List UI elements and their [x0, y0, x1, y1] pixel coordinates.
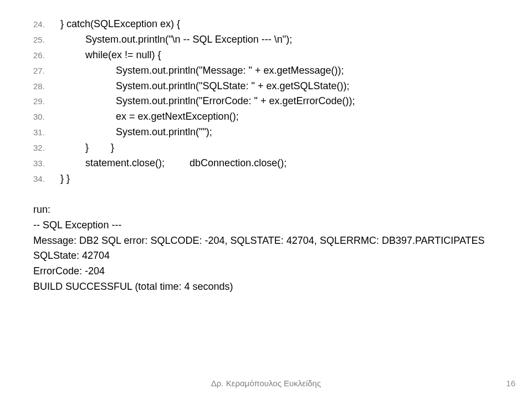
line-number: 34. — [33, 172, 52, 185]
output-line: BUILD SUCCESSFUL (total time: 4 seconds) — [33, 279, 499, 295]
code-line: 34. } } — [33, 171, 499, 187]
line-number: 25. — [33, 33, 52, 46]
code-line: 31. System.out.println(""); — [33, 125, 499, 140]
code-line: 29. System.out.println("ErrorCode: " + e… — [33, 94, 499, 109]
code-line: 33. statement.close(); dbConnection.clos… — [33, 156, 499, 171]
footer-page-number: 16 — [506, 378, 515, 388]
output-line: -- SQL Exception --- — [33, 218, 499, 233]
code-line: 24. } catch(SQLException ex) { — [33, 17, 499, 32]
output-line: Message: DB2 SQL error: SQLCODE: -204, S… — [33, 233, 499, 249]
output-line: run: — [33, 202, 499, 218]
code-text: } } — [52, 140, 114, 156]
code-line: 30. ex = ex.getNextException(); — [33, 109, 499, 125]
line-number: 30. — [33, 110, 52, 123]
slide-page: 24. } catch(SQLException ex) { 25. Syste… — [0, 0, 532, 399]
code-text: } catch(SQLException ex) { — [52, 17, 180, 32]
line-number: 32. — [33, 141, 52, 154]
line-number: 29. — [33, 95, 52, 108]
code-text: while(ex != null) { — [52, 48, 161, 63]
line-number: 24. — [33, 18, 52, 30]
code-text: System.out.println("ErrorCode: " + ex.ge… — [52, 94, 355, 109]
code-line: 27. System.out.println("Message: " + ex.… — [33, 63, 499, 79]
line-number: 27. — [33, 64, 52, 77]
code-text: statement.close(); dbConnection.close(); — [52, 156, 287, 171]
footer: Δρ. Κεραμόπουλος Ευκλείδης 16 — [0, 378, 532, 388]
code-text: System.out.println(""); — [52, 125, 212, 140]
code-text: ex = ex.getNextException(); — [52, 109, 239, 125]
output-line: SQLState: 42704 — [33, 248, 499, 264]
code-block: 24. } catch(SQLException ex) { 25. Syste… — [33, 17, 499, 187]
output-line: ErrorCode: -204 — [33, 264, 499, 279]
code-text: System.out.println("\n -- SQL Exception … — [52, 32, 292, 48]
code-line: 25. System.out.println("\n -- SQL Except… — [33, 32, 499, 48]
code-line: 32. } } — [33, 140, 499, 156]
line-number: 33. — [33, 157, 52, 170]
line-number: 26. — [33, 49, 52, 62]
code-text: System.out.println("Message: " + ex.getM… — [52, 63, 344, 79]
line-number: 28. — [33, 80, 52, 93]
footer-author: Δρ. Κεραμόπουλος Ευκλείδης — [211, 378, 321, 388]
code-text: } } — [52, 171, 70, 187]
output-block: run: -- SQL Exception --- Message: DB2 S… — [33, 202, 499, 295]
code-line: 28. System.out.println("SQLState: " + ex… — [33, 79, 499, 94]
code-line: 26. while(ex != null) { — [33, 48, 499, 63]
code-text: System.out.println("SQLState: " + ex.get… — [52, 79, 349, 94]
line-number: 31. — [33, 126, 52, 139]
